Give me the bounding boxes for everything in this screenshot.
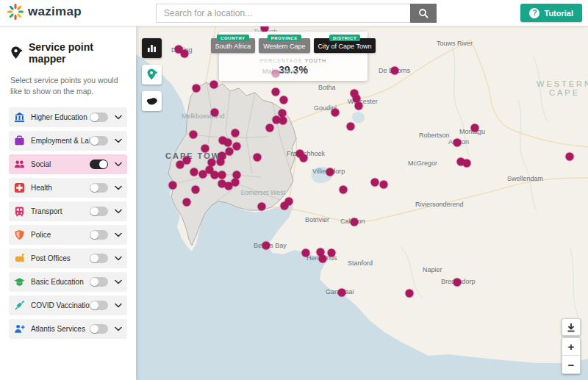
service-point-marker[interactable] bbox=[351, 90, 359, 98]
service-category-row-basic-education[interactable]: Basic Education bbox=[9, 272, 127, 292]
service-category-label: Employment & Labour bbox=[31, 137, 90, 145]
service-point-marker[interactable] bbox=[272, 88, 280, 96]
service-point-marker[interactable] bbox=[193, 85, 201, 93]
service-point-marker[interactable] bbox=[176, 161, 184, 169]
service-category-row-health[interactable]: Health bbox=[9, 178, 127, 198]
service-point-marker[interactable] bbox=[262, 242, 270, 250]
service-point-marker[interactable] bbox=[302, 249, 310, 257]
chevron-down-icon[interactable] bbox=[115, 256, 122, 261]
service-toggle[interactable] bbox=[90, 277, 108, 287]
service-point-marker[interactable] bbox=[201, 145, 209, 153]
sidebar-title: Service point mapper bbox=[29, 41, 127, 65]
chevron-down-icon[interactable] bbox=[115, 326, 122, 331]
service-point-marker[interactable] bbox=[266, 124, 274, 132]
chevron-down-icon[interactable] bbox=[115, 115, 122, 120]
service-point-marker[interactable] bbox=[406, 290, 414, 298]
service-point-marker[interactable] bbox=[331, 109, 340, 117]
question-icon: ? bbox=[529, 8, 539, 18]
service-toggle[interactable] bbox=[90, 207, 108, 216]
service-list: Higher Education Employment & Labour Soc… bbox=[9, 107, 127, 339]
service-point-marker[interactable] bbox=[300, 154, 308, 162]
service-point-marker[interactable] bbox=[471, 124, 479, 132]
download-map-button[interactable] bbox=[562, 318, 581, 336]
geography-panel: COUNTRY South Africa PROVINCE Western Ca… bbox=[219, 32, 368, 81]
search-button[interactable] bbox=[410, 4, 437, 23]
service-point-marker[interactable] bbox=[181, 50, 189, 58]
service-point-marker[interactable] bbox=[217, 158, 225, 166]
chevron-down-icon[interactable] bbox=[115, 303, 122, 308]
syringe-icon bbox=[14, 300, 25, 311]
service-point-marker[interactable] bbox=[391, 67, 399, 75]
service-point-marker[interactable] bbox=[351, 218, 359, 226]
service-point-marker[interactable] bbox=[199, 171, 207, 179]
service-point-marker[interactable] bbox=[338, 289, 346, 297]
service-category-label: COVID Vaccination Sites bbox=[31, 301, 90, 309]
service-category-row-social[interactable]: Social bbox=[9, 154, 127, 174]
service-toggle[interactable] bbox=[90, 136, 108, 146]
service-toggle[interactable] bbox=[90, 254, 108, 263]
service-point-marker[interactable] bbox=[258, 203, 266, 211]
service-point-marker[interactable] bbox=[453, 279, 462, 287]
service-point-marker[interactable] bbox=[232, 129, 240, 137]
service-toggle[interactable] bbox=[90, 324, 108, 334]
service-point-marker[interactable] bbox=[169, 182, 177, 190]
service-point-marker[interactable] bbox=[319, 255, 327, 263]
service-point-marker[interactable] bbox=[218, 171, 226, 179]
service-point-marker[interactable] bbox=[326, 168, 334, 176]
service-point-marker[interactable] bbox=[355, 102, 363, 110]
zoom-in-button[interactable]: + bbox=[562, 338, 580, 356]
service-point-marker[interactable] bbox=[224, 139, 232, 147]
wazimap-logo[interactable]: wazimap bbox=[7, 4, 82, 20]
service-point-marker[interactable] bbox=[190, 168, 198, 176]
service-point-marker[interactable] bbox=[211, 109, 219, 117]
service-point-marker[interactable] bbox=[347, 123, 355, 131]
service-point-marker[interactable] bbox=[328, 249, 336, 257]
chevron-down-icon[interactable] bbox=[115, 209, 122, 214]
service-category-row-transport[interactable]: Transport bbox=[9, 201, 127, 221]
data-panel-button[interactable] bbox=[142, 38, 162, 58]
service-category-row-higher-education[interactable]: Higher Education bbox=[9, 107, 127, 127]
service-point-marker[interactable] bbox=[371, 179, 379, 187]
service-point-marker[interactable] bbox=[183, 198, 191, 207]
service-point-marker[interactable] bbox=[272, 70, 280, 78]
tutorial-button[interactable]: ? Tutorial bbox=[520, 4, 582, 22]
service-category-row-covid-vaccination-sites[interactable]: COVID Vaccination Sites bbox=[9, 295, 127, 315]
service-point-marker[interactable] bbox=[226, 148, 234, 156]
chevron-down-icon[interactable] bbox=[115, 232, 122, 237]
service-category-row-post-offices[interactable]: Post Offices bbox=[9, 248, 127, 268]
service-mapper-button[interactable] bbox=[142, 65, 162, 85]
service-point-marker[interactable] bbox=[453, 139, 462, 147]
service-point-marker[interactable] bbox=[280, 96, 288, 104]
service-category-row-atlantis-services[interactable]: Atlantis Services bbox=[9, 319, 127, 339]
service-point-marker[interactable] bbox=[192, 186, 200, 194]
service-category-row-employment-labour[interactable]: Employment & Labour bbox=[9, 131, 127, 151]
service-point-marker[interactable] bbox=[254, 154, 262, 162]
search-input[interactable] bbox=[156, 4, 410, 23]
service-toggle[interactable] bbox=[90, 301, 108, 310]
service-point-marker[interactable] bbox=[233, 143, 241, 151]
service-point-marker[interactable] bbox=[566, 153, 574, 161]
chevron-down-icon[interactable] bbox=[115, 279, 122, 284]
service-point-marker[interactable] bbox=[190, 131, 198, 139]
breadcrumb-tag: PROVINCE bbox=[268, 35, 301, 41]
service-point-marker[interactable] bbox=[232, 179, 240, 187]
service-toggle[interactable] bbox=[90, 230, 108, 240]
chevron-down-icon[interactable] bbox=[115, 138, 122, 143]
service-toggle[interactable] bbox=[90, 183, 108, 193]
indicator-prefix: PERCENTAGE bbox=[260, 58, 303, 63]
service-point-marker[interactable] bbox=[210, 81, 218, 89]
south-africa-view-button[interactable] bbox=[142, 91, 162, 111]
service-toggle[interactable] bbox=[90, 159, 108, 169]
service-point-marker[interactable] bbox=[285, 198, 293, 206]
service-point-marker[interactable] bbox=[463, 159, 471, 168]
zoom-out-button[interactable]: − bbox=[562, 356, 580, 373]
service-toggle[interactable] bbox=[90, 112, 108, 122]
chevron-down-icon[interactable] bbox=[115, 185, 122, 190]
chevron-down-icon[interactable] bbox=[115, 162, 122, 167]
service-category-label: Basic Education bbox=[31, 278, 90, 286]
service-point-marker[interactable] bbox=[340, 186, 348, 194]
service-point-marker[interactable] bbox=[279, 117, 287, 125]
service-category-row-police[interactable]: Police bbox=[9, 225, 127, 245]
map-canvas[interactable]: COUNTRY South Africa PROVINCE Western Ca… bbox=[136, 26, 588, 380]
service-point-marker[interactable] bbox=[380, 181, 388, 189]
